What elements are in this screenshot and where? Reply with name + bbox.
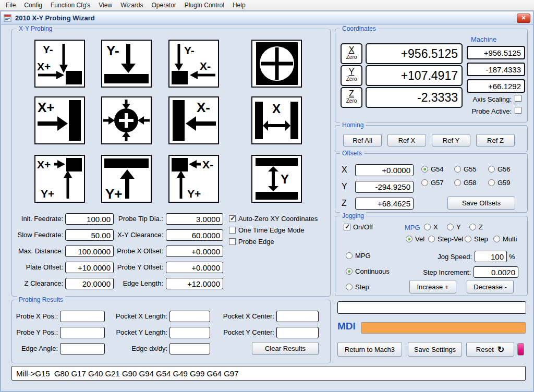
mdi-input[interactable]: [361, 322, 526, 334]
probe-edge-checkbox-row[interactable]: Probe Edge: [229, 238, 274, 246]
jog-axis-y-radio[interactable]: [447, 224, 454, 230]
pocket-y-center-field[interactable]: [276, 327, 319, 338]
jog-onoff-row[interactable]: On/Off: [344, 223, 373, 231]
menu-item-wizards[interactable]: Wizards: [116, 1, 147, 10]
g55-radio[interactable]: [454, 166, 461, 173]
return-to-mach3-button[interactable]: Return to Mach3: [337, 342, 402, 357]
increase-button[interactable]: Increase +: [409, 280, 456, 293]
xy-clearance-field[interactable]: 60.0000: [166, 229, 223, 241]
edge-dxdy-field[interactable]: [169, 343, 210, 354]
auto-zero-checkbox[interactable]: [229, 215, 236, 222]
probe-active-checkbox[interactable]: [515, 107, 521, 114]
mpg-mode-vel-row[interactable]: Vel: [406, 235, 424, 243]
probe-x-pos-field[interactable]: [60, 311, 105, 322]
menu-item-operator[interactable]: Operator: [148, 1, 180, 10]
mpg-mode-multi-radio[interactable]: [493, 236, 500, 242]
probe-edge-checkbox[interactable]: [229, 238, 236, 245]
save-settings-button[interactable]: Save Settings: [408, 342, 462, 357]
probe-corner-bottom-left-button[interactable]: X+ Y+: [34, 155, 85, 203]
ref-y-button[interactable]: Ref Y: [432, 134, 470, 146]
ref-z-button[interactable]: Ref Z: [476, 134, 515, 146]
edge-length-field[interactable]: +12.0000: [166, 278, 223, 289]
probe-edge-left-button[interactable]: X+: [34, 96, 85, 144]
g56-radio[interactable]: [488, 166, 495, 173]
mpg-mode-stepvel-radio[interactable]: [428, 236, 435, 242]
plate-offset-field[interactable]: +10.0000: [65, 262, 114, 273]
probe-edge-right-button[interactable]: X-: [168, 96, 219, 144]
g58-radio[interactable]: [454, 179, 461, 186]
jog-type-mpg-row[interactable]: MPG: [346, 252, 371, 260]
save-offsets-button[interactable]: Save Offsets: [447, 197, 515, 210]
mpg-mode-vel-radio[interactable]: [406, 236, 412, 242]
menu-item-view[interactable]: View: [94, 1, 116, 10]
message-field[interactable]: [337, 301, 526, 314]
jog-axis-z-row[interactable]: Z: [469, 223, 483, 231]
max-distance-field[interactable]: 100.0000: [65, 246, 114, 257]
jog-speed-field[interactable]: 100: [475, 251, 507, 262]
jog-onoff-checkbox[interactable]: [344, 224, 350, 230]
probe-x-offset-field[interactable]: +0.0000: [166, 246, 223, 257]
offset-x-field[interactable]: +0.0000: [355, 164, 414, 176]
probe-y-pos-field[interactable]: [60, 327, 105, 338]
offset-y-field[interactable]: -294.9250: [355, 181, 414, 193]
g59-radio-row[interactable]: G59: [488, 179, 511, 187]
probe-tip-dia-field[interactable]: 3.0000: [166, 213, 223, 225]
probe-edge-bottom-button[interactable]: Y+: [101, 155, 152, 203]
g55-radio-row[interactable]: G55: [454, 165, 477, 173]
step-increment-field[interactable]: 0.0020: [474, 266, 518, 278]
jog-axis-x-radio[interactable]: [424, 224, 431, 230]
g57-radio[interactable]: [421, 179, 428, 186]
offset-z-field[interactable]: +68.4625: [355, 198, 414, 210]
mpg-mode-multi-row[interactable]: Multi: [493, 235, 517, 243]
jog-axis-x-row[interactable]: X: [424, 223, 438, 231]
x-work-dro[interactable]: +956.5125: [366, 43, 463, 64]
one-time-edge-checkbox-row[interactable]: One Time Edge Mode: [229, 226, 304, 234]
mpg-mode-step-row[interactable]: Step: [465, 235, 488, 243]
clear-results-button[interactable]: Clear Results: [252, 342, 319, 355]
g54-radio[interactable]: [421, 166, 428, 173]
jog-axis-z-radio[interactable]: [469, 224, 476, 230]
slow-feedrate-field[interactable]: 50.00: [65, 229, 114, 241]
decrease-button[interactable]: Decrease -: [467, 280, 514, 293]
pocket-x-center-field[interactable]: [276, 311, 319, 322]
ref-all-button[interactable]: Ref All: [343, 134, 382, 146]
probe-corner-top-left-button[interactable]: Y- X+: [34, 40, 85, 88]
y-work-dro[interactable]: +107.4917: [366, 65, 463, 86]
auto-zero-checkbox-row[interactable]: Auto-Zero XY Coordinates: [229, 215, 318, 223]
probe-height-y-button[interactable]: Y: [251, 155, 302, 203]
jog-axis-y-row[interactable]: Y: [447, 223, 461, 231]
pocket-y-length-field[interactable]: [169, 327, 210, 338]
axis-scaling-checkbox[interactable]: [515, 95, 521, 102]
one-time-edge-checkbox[interactable]: [229, 227, 236, 234]
jog-type-step-radio[interactable]: [346, 284, 353, 290]
g59-radio[interactable]: [488, 179, 495, 186]
reset-button[interactable]: Reset ↻: [466, 342, 514, 357]
probe-corner-bottom-right-button[interactable]: X- Y+: [168, 155, 219, 203]
menu-item-file[interactable]: File: [2, 1, 20, 10]
g54-radio-row[interactable]: G54: [421, 165, 444, 173]
menu-item-help[interactable]: Help: [228, 1, 250, 10]
menu-item-function-cfgs[interactable]: Function Cfg's: [46, 1, 94, 10]
jog-type-step-row[interactable]: Step: [346, 283, 369, 291]
ref-x-button[interactable]: Ref X: [387, 134, 426, 146]
edge-angle-field[interactable]: [60, 343, 105, 354]
probe-boss-center-button[interactable]: [251, 40, 302, 88]
jog-type-continuous-row[interactable]: Continuous: [346, 267, 390, 275]
g57-radio-row[interactable]: G57: [421, 179, 444, 187]
probe-width-x-button[interactable]: X: [251, 96, 302, 144]
z-clearance-field[interactable]: 20.0000: [65, 278, 114, 289]
menu-item-plugin-control[interactable]: PlugIn Control: [180, 1, 228, 10]
probe-corner-top-right-button[interactable]: Y- X-: [168, 40, 219, 88]
g56-radio-row[interactable]: G56: [488, 165, 511, 173]
probe-center-finder-button[interactable]: [101, 96, 152, 144]
probe-y-offset-field[interactable]: +0.0000: [166, 262, 223, 273]
pocket-x-length-field[interactable]: [169, 311, 210, 322]
zero-z-button[interactable]: Z Zero: [341, 87, 362, 108]
g58-radio-row[interactable]: G58: [454, 179, 477, 187]
jog-type-continuous-radio[interactable]: [346, 268, 353, 275]
mpg-mode-step-radio[interactable]: [465, 236, 471, 242]
init-feedrate-field[interactable]: 100.00: [65, 213, 114, 225]
jog-type-mpg-radio[interactable]: [346, 252, 353, 259]
probe-edge-top-button[interactable]: Y-: [101, 40, 152, 88]
zero-x-button[interactable]: X Zero: [341, 43, 362, 64]
